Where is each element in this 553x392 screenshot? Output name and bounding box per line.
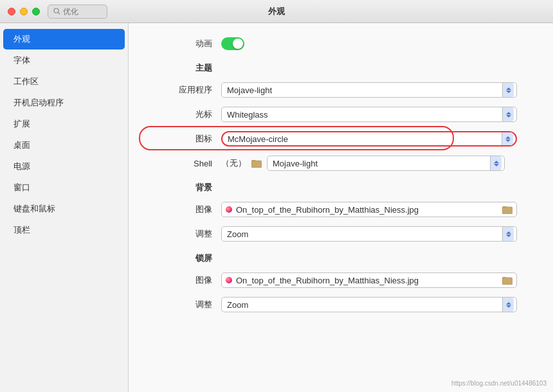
lock-image-dot (226, 277, 232, 283)
cursor-label: 光标 (144, 109, 221, 120)
shell-none-label: （无） (221, 157, 246, 169)
svg-rect-6 (502, 206, 507, 208)
lock-image-value: On_top_of_the_Rubihorn_by_Matthias_Niess… (236, 276, 502, 285)
lock-adj-arrow-up-icon (506, 302, 511, 305)
svg-rect-3 (251, 160, 256, 162)
shell-value: Mojave-light (273, 159, 490, 168)
svg-point-0 (54, 8, 59, 13)
cursor-value: Whiteglass (227, 110, 502, 120)
shell-arrow-up-icon (494, 161, 499, 163)
theme-section: 主题 (144, 59, 538, 77)
sidebar-item-desktop[interactable]: 桌面 (3, 135, 125, 156)
icon-dropdown-arrows (502, 132, 513, 145)
svg-line-1 (59, 13, 60, 15)
cursor-dropdown-arrows (502, 107, 514, 121)
sidebar-item-keyboard-mouse[interactable]: 键盘和鼠标 (3, 199, 125, 219)
close-button[interactable] (8, 8, 15, 15)
bg-image-selector[interactable]: On_top_of_the_Rubihorn_by_Matthias_Niess… (221, 202, 517, 217)
shell-controls: （无） Mojave-light (221, 156, 505, 171)
icon-arrow-down-icon (505, 139, 511, 142)
animation-toggle[interactable] (221, 37, 244, 50)
lock-image-row: 图像 On_top_of_the_Rubihorn_by_Matthias_Ni… (144, 271, 538, 289)
svg-rect-9 (502, 277, 507, 279)
lock-adjust-arrows (502, 298, 514, 312)
bg-adjust-value: Zoom (227, 229, 502, 239)
lock-adjust-value: Zoom (227, 300, 502, 310)
bg-adj-arrow-down-icon (506, 235, 511, 237)
folder-icon[interactable] (251, 159, 262, 168)
sidebar-item-power[interactable]: 电源 (3, 156, 125, 177)
lock-adjust-label: 调整 (144, 299, 221, 310)
bg-adjust-row: 调整 Zoom (144, 225, 538, 243)
shell-label: Shell (144, 159, 221, 168)
arrow-up-icon (506, 87, 511, 90)
lock-adjust-row: 调整 Zoom (144, 296, 538, 314)
animation-row: 动画 (144, 35, 538, 53)
cursor-arrow-up-icon (506, 112, 511, 114)
bg-adjust-dropdown[interactable]: Zoom (221, 226, 517, 242)
icon-dropdown[interactable]: McMojave-circle (221, 131, 517, 147)
lock-adj-arrow-down-icon (506, 305, 511, 308)
sidebar: 外观 字体 工作区 开机启动程序 扩展 桌面 电源 窗口 键盘和鼠标 顶栏 (0, 23, 129, 392)
cursor-arrow-down-icon (506, 115, 511, 118)
sidebar-item-fonts[interactable]: 字体 (3, 50, 125, 71)
maximize-button[interactable] (32, 8, 40, 15)
sidebar-item-extensions[interactable]: 扩展 (3, 114, 125, 134)
lock-image-selector[interactable]: On_top_of_the_Rubihorn_by_Matthias_Niess… (221, 272, 517, 288)
shell-dropdown[interactable]: Mojave-light (267, 156, 505, 171)
background-section: 背景 (144, 179, 538, 197)
shell-dropdown-arrows (490, 156, 502, 170)
main-container: 外观 字体 工作区 开机启动程序 扩展 桌面 电源 窗口 键盘和鼠标 顶栏 动画… (0, 23, 553, 392)
toggle-knob (233, 39, 243, 49)
application-label: 应用程序 (144, 84, 221, 96)
bg-image-value: On_top_of_the_Rubihorn_by_Matthias_Niess… (236, 205, 502, 215)
bg-adjust-arrows (502, 227, 514, 241)
cursor-dropdown[interactable]: Whiteglass (221, 107, 517, 122)
search-box[interactable] (48, 4, 107, 19)
theme-section-label: 主题 (144, 62, 221, 74)
sidebar-item-startup[interactable]: 开机启动程序 (3, 93, 125, 113)
cursor-row: 光标 Whiteglass (144, 105, 538, 123)
lock-adjust-dropdown[interactable]: Zoom (221, 297, 517, 312)
content-area: 动画 主题 应用程序 Mojave-light 光标 Whitegl (129, 23, 553, 392)
application-dropdown[interactable]: Mojave-light (221, 82, 517, 98)
animation-label: 动画 (144, 38, 221, 49)
window-title: 外观 (268, 6, 285, 17)
icon-row: 图标 McMojave-circle (144, 130, 538, 148)
icon-label: 图标 (144, 133, 221, 145)
arrow-down-icon (506, 91, 511, 93)
sidebar-item-window[interactable]: 窗口 (3, 177, 125, 198)
application-row: 应用程序 Mojave-light (144, 81, 538, 99)
lockscreen-section: 锁屏 (144, 249, 538, 267)
icon-value: McMojave-circle (228, 134, 502, 144)
bg-image-label: 图像 (144, 204, 221, 215)
sidebar-item-appearance[interactable]: 外观 (3, 29, 125, 49)
bg-folder-icon[interactable] (502, 205, 512, 214)
bg-image-dot (226, 206, 232, 213)
search-input[interactable] (63, 7, 102, 16)
background-section-label: 背景 (144, 182, 221, 193)
icon-arrow-up-icon (505, 136, 511, 139)
titlebar: 外观 (0, 0, 553, 23)
shell-row: Shell （无） Mojave-light (144, 154, 538, 172)
traffic-lights (8, 8, 40, 15)
lock-image-label: 图像 (144, 274, 221, 286)
bg-adj-arrow-up-icon (506, 231, 511, 234)
watermark: https://blog.csdn.net/u014486103 (451, 380, 547, 387)
lock-folder-icon[interactable] (502, 276, 512, 285)
minimize-button[interactable] (20, 8, 28, 15)
bg-image-row: 图像 On_top_of_the_Rubihorn_by_Matthias_Ni… (144, 200, 538, 218)
dropdown-arrows (502, 83, 514, 97)
lockscreen-section-label: 锁屏 (144, 253, 221, 264)
shell-arrow-down-icon (494, 164, 499, 166)
search-icon (53, 8, 60, 15)
sidebar-item-topbar[interactable]: 顶栏 (3, 220, 125, 240)
bg-adjust-label: 调整 (144, 228, 221, 240)
application-value: Mojave-light (227, 85, 502, 95)
sidebar-item-workspace[interactable]: 工作区 (3, 71, 125, 92)
